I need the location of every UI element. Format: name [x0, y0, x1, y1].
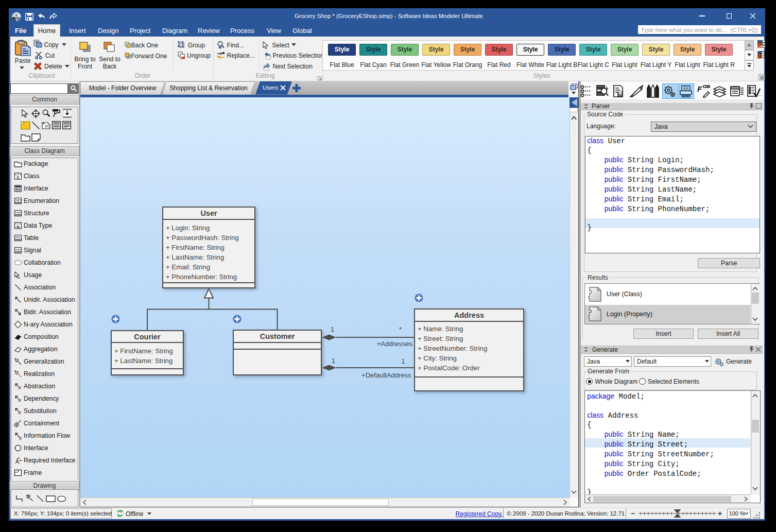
svg-text:u.: u. — [18, 276, 21, 279]
svg-text:[e]: [e] — [45, 124, 49, 128]
svg-text:«t»: «t» — [15, 235, 20, 239]
svg-text:«s»: «s» — [15, 210, 21, 215]
svg-text:«e»: «e» — [15, 198, 22, 202]
svg-text:F: F — [697, 84, 702, 93]
svg-text:c: c — [17, 224, 20, 229]
svg-text:c: c — [17, 175, 20, 180]
svg-text:ab: ab — [16, 187, 21, 191]
svg-text:«s»: «s» — [15, 247, 21, 252]
